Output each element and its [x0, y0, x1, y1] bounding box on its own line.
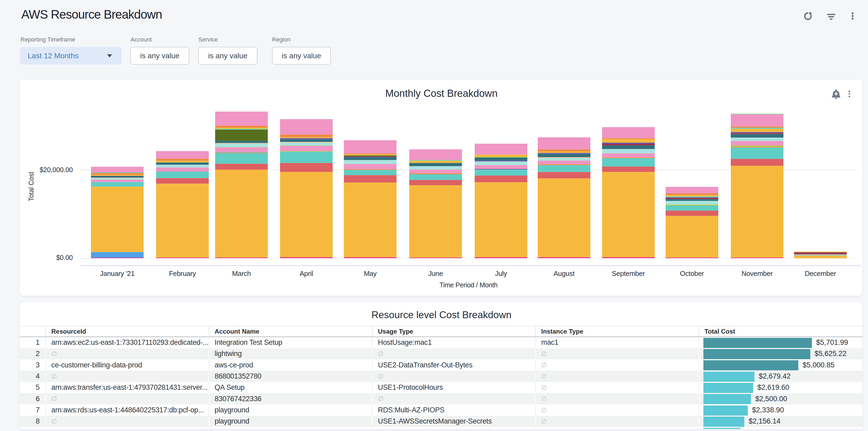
- svg-text:October: October: [680, 270, 704, 277]
- svg-text:July: July: [495, 270, 507, 277]
- svg-text:September: September: [612, 270, 645, 277]
- svg-text:June: June: [428, 270, 443, 277]
- svg-text:August: August: [553, 270, 575, 277]
- svg-text:Total Cost: Total Cost: [27, 172, 35, 201]
- svg-text:April: April: [300, 270, 313, 277]
- svg-text:February: February: [169, 270, 196, 277]
- svg-text:March: March: [232, 270, 251, 277]
- svg-text:$20,000.00: $20,000.00: [40, 166, 73, 174]
- svg-text:December: December: [805, 270, 836, 277]
- svg-text:Resource level Cost Breakdown: Resource level Cost Breakdown: [372, 309, 512, 320]
- svg-text:Monthly Cost Breakdown: Monthly Cost Breakdown: [385, 88, 498, 99]
- svg-text:November: November: [741, 270, 773, 277]
- svg-text:Time Period / Month: Time Period / Month: [440, 281, 498, 289]
- svg-text:May: May: [364, 270, 377, 277]
- svg-text:$0.00: $0.00: [56, 254, 73, 261]
- svg-text:January '21: January '21: [100, 270, 134, 277]
